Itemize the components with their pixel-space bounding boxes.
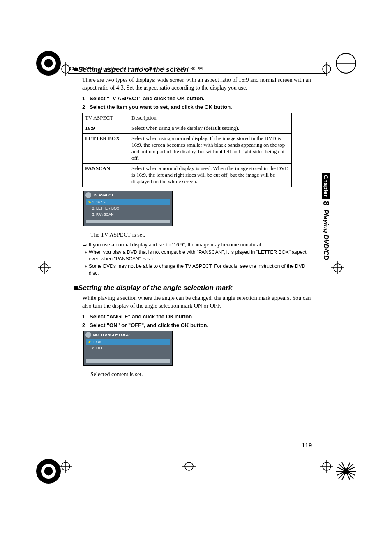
osd-tvaspect: TV ASPECT ➤1. 16 : 9 2. LETTER BOX 3. PA… <box>83 191 173 226</box>
osd2-title: MULTI ANGLE LOGO <box>93 333 130 337</box>
reg-mark-top-left <box>36 51 61 76</box>
reg-mark-crosshair-br <box>318 458 335 474</box>
td-169: 16:9 <box>83 123 129 133</box>
reg-mark-crosshair-tr <box>318 61 335 77</box>
disc-icon <box>85 192 91 198</box>
reg-mark-bottom-left <box>36 459 61 484</box>
osd1-bar <box>86 220 170 223</box>
osd1-opt1: ➤1. 16 : 9 <box>86 199 170 205</box>
s1-step2: 2Select the item you want to set, and cl… <box>82 104 316 110</box>
th-description: Description <box>129 113 292 123</box>
svg-point-1 <box>44 59 53 67</box>
td-169-desc: Select when using a wide display (defaul… <box>129 123 292 133</box>
td-letterbox: LETTER BOX <box>83 133 129 163</box>
osd1-opt2: 2. LETTER BOX <box>86 205 170 211</box>
section1-intro: There are two types of displays: wide sc… <box>82 76 316 92</box>
osd2-opt2: 2. OFF <box>86 345 170 351</box>
section2-heading-text: Setting the display of the angle selecti… <box>78 284 232 292</box>
s2-caption: Selected content is set. <box>90 371 316 378</box>
s2-step2: 2Select "ON" or "OFF", and click the OK … <box>82 322 316 328</box>
note-marker-icon: ➭ <box>82 249 89 262</box>
osd-angle: MULTI ANGLE LOGO ➤1. ON 2. OFF <box>83 331 173 366</box>
s1-step2-text: Select the item you want to set, and cli… <box>90 104 232 110</box>
osd1-title: TV ASPECT <box>93 193 113 197</box>
s1-step1: 1Select "TV ASPECT" and click the OK but… <box>82 95 316 101</box>
disc-icon <box>85 332 91 338</box>
note1: If you use a normal display and set to "… <box>89 242 316 248</box>
section1-heading: ■Setting aspect ratio of the screen <box>74 66 316 74</box>
s2-step1: 1Select "ANGLE" and click the OK button. <box>82 313 316 320</box>
s1-step1-text: Select "TV ASPECT" and click the OK butt… <box>90 95 205 101</box>
note-marker-icon: ➭ <box>82 242 89 248</box>
side-title: Playing DVD/CD <box>321 208 330 262</box>
page-number: 119 <box>302 442 312 449</box>
td-panscan: PANSCAN <box>83 163 129 187</box>
side-tab: Chapter 8 Playing DVD/CD <box>321 173 330 275</box>
side-chapter-label: Chapter <box>322 173 330 199</box>
osd2-opt1: ➤1. ON <box>86 339 170 345</box>
td-letterbox-desc: Select when using a normal display. If t… <box>129 133 292 163</box>
section2-heading: ■Setting the display of the angle select… <box>74 284 316 292</box>
th-tvaspect: TV ASPECT <box>83 113 129 123</box>
td-panscan-desc: Select when a normal display is used. Wh… <box>129 163 292 187</box>
section2-intro: While playing a section where the angle … <box>82 295 316 310</box>
s2-step1-text: Select "ANGLE" and click the OK button. <box>90 313 194 320</box>
osd1-opt3: 3. PANSCAN <box>86 212 170 217</box>
note2: When you play a DVD that is not compatib… <box>89 249 316 262</box>
tv-aspect-table: TV ASPECT Description 16:9 Select when u… <box>82 113 292 187</box>
s1-caption: The TV ASPECT is set. <box>90 232 316 238</box>
reg-mark-top-right <box>334 51 358 76</box>
reg-mark-mid-left <box>36 260 53 276</box>
side-chapter-number: 8 <box>321 199 332 208</box>
reg-mark-crosshair-bl <box>58 458 74 474</box>
s1-notes: ➭If you use a normal display and set to … <box>82 242 316 276</box>
osd1-opt1-text: 1. 16 : 9 <box>92 200 106 204</box>
osd2-opt1-text: 1. ON <box>92 340 102 344</box>
svg-point-18 <box>44 467 53 475</box>
reg-mark-sunburst-br <box>334 459 358 484</box>
reg-mark-crosshair-bm <box>181 458 197 474</box>
reg-mark-mid-right <box>330 260 346 276</box>
s2-step2-text: Select "ON" or "OFF", and click the OK b… <box>90 322 208 328</box>
section1-heading-text: Setting aspect ratio of the screen <box>78 66 188 74</box>
osd2-bar <box>86 359 170 363</box>
note-marker-icon: ➭ <box>82 263 89 276</box>
note3: Some DVDs may not be able to change the … <box>89 263 316 276</box>
